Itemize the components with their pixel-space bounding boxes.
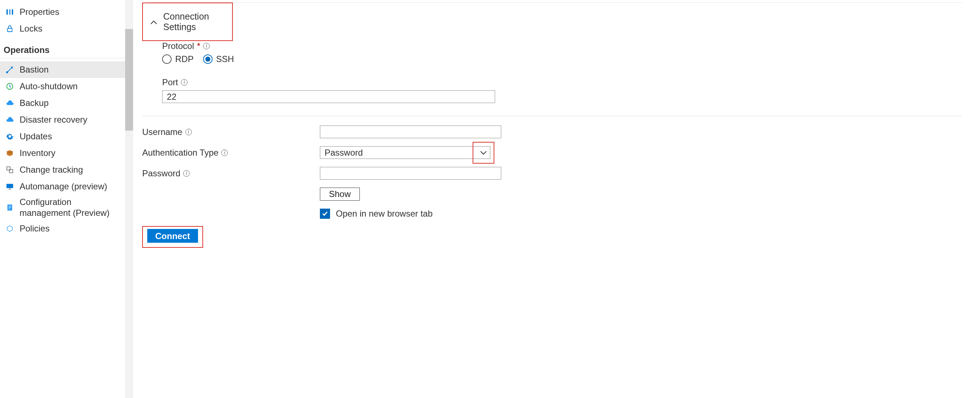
sidebar-item-label: Locks: [19, 24, 120, 34]
sidebar-item-automanage[interactable]: Automanage (preview): [0, 178, 125, 195]
scrollbar-thumb[interactable]: [125, 29, 133, 131]
radio-icon: [203, 54, 213, 64]
connect-button[interactable]: Connect: [147, 229, 198, 243]
svg-rect-8: [6, 184, 13, 188]
sidebar-item-label: Policies: [19, 223, 120, 234]
sidebar-item-disaster-recovery[interactable]: Disaster recovery: [0, 111, 125, 128]
port-label: Port: [162, 77, 178, 88]
sidebar-item-label: Inventory: [19, 148, 120, 158]
lock-icon: [5, 25, 14, 33]
sidebar-item-label: Configuration management (Preview): [19, 197, 120, 218]
svg-point-4: [6, 72, 8, 73]
info-icon[interactable]: i: [181, 79, 188, 86]
credentials-section: Username i Authentication Type i Passwor…: [142, 126, 966, 219]
cloud-upload-icon: [5, 99, 14, 107]
protocol-field: Protocol * i RDP SSH Port i: [142, 41, 966, 103]
svg-rect-13: [8, 209, 10, 209]
protocol-label: Protocol: [162, 41, 194, 51]
new-tab-label: Open in new browser tab: [336, 209, 433, 219]
new-tab-checkbox[interactable]: [320, 209, 330, 219]
box-icon: [5, 149, 14, 157]
sidebar-section-operations: Operations: [0, 37, 125, 59]
radio-label: SSH: [216, 54, 234, 64]
info-icon[interactable]: i: [203, 43, 210, 49]
sidebar-item-policies[interactable]: Policies: [0, 220, 125, 237]
svg-rect-0: [6, 10, 8, 15]
check-icon: [321, 210, 329, 217]
show-button[interactable]: Show: [320, 188, 360, 201]
sidebar-scrollbar[interactable]: [125, 0, 133, 398]
sidebar-item-label: Bastion: [19, 65, 120, 75]
radio-label: RDP: [175, 54, 194, 64]
divider: [150, 2, 962, 3]
cloud-sync-icon: [5, 116, 14, 124]
monitor-icon: [5, 183, 14, 191]
sidebar-item-change-tracking[interactable]: Change tracking: [0, 161, 125, 178]
info-icon[interactable]: i: [221, 150, 228, 156]
auth-type-label: Authentication Type: [142, 148, 218, 158]
svg-rect-1: [9, 10, 11, 15]
sidebar-item-bastion[interactable]: Bastion: [0, 61, 125, 78]
connect-highlight: Connect: [142, 226, 203, 248]
dropdown-value: Password: [325, 148, 363, 158]
info-icon[interactable]: i: [185, 129, 192, 135]
change-tracking-icon: [5, 166, 14, 174]
password-input[interactable]: [320, 167, 501, 180]
sidebar-item-locks[interactable]: Locks: [0, 20, 125, 37]
auth-type-dropdown[interactable]: Password: [320, 146, 490, 159]
sidebar-item-label: Properties: [19, 7, 120, 17]
radio-ssh[interactable]: SSH: [203, 54, 234, 64]
sidebar-item-label: Updates: [19, 131, 120, 142]
chevron-down-icon: [480, 151, 487, 155]
port-input[interactable]: [162, 90, 495, 103]
username-label: Username: [142, 127, 183, 137]
svg-marker-14: [7, 226, 13, 232]
bastion-icon: [5, 66, 14, 74]
svg-rect-12: [8, 207, 11, 207]
radio-icon: [162, 54, 172, 64]
sidebar-item-label: Automanage (preview): [19, 181, 120, 191]
properties-icon: [5, 8, 14, 16]
sidebar-item-label: Backup: [19, 98, 120, 108]
chevron-up-icon: [150, 17, 158, 27]
sidebar-item-label: Disaster recovery: [19, 115, 120, 125]
radio-rdp[interactable]: RDP: [162, 54, 194, 64]
svg-rect-9: [9, 189, 11, 189]
section-title: Connection Settings: [163, 11, 229, 32]
sidebar-item-auto-shutdown[interactable]: Auto-shutdown: [0, 78, 125, 95]
sidebar-item-properties[interactable]: Properties: [0, 4, 125, 20]
sidebar-item-label: Auto-shutdown: [19, 81, 120, 91]
svg-rect-2: [12, 10, 13, 15]
port-field: Port i: [162, 77, 966, 103]
password-label: Password: [142, 168, 180, 178]
sidebar: Properties Locks Operations Bastion Auto…: [0, 0, 125, 398]
info-icon[interactable]: i: [183, 170, 190, 177]
highlight-box: [473, 142, 494, 164]
connection-settings-header[interactable]: Connection Settings: [142, 3, 233, 41]
required-indicator: *: [197, 41, 200, 51]
gear-icon: [5, 132, 14, 140]
sidebar-item-backup[interactable]: Backup: [0, 95, 125, 111]
svg-rect-11: [8, 206, 11, 206]
clock-icon: [5, 82, 14, 90]
divider: [142, 116, 962, 116]
document-icon: [5, 204, 14, 212]
sidebar-item-label: Change tracking: [19, 165, 120, 175]
sidebar-item-configuration-management[interactable]: Configuration management (Preview): [0, 195, 125, 220]
policy-icon: [5, 224, 14, 232]
svg-rect-3: [8, 28, 12, 32]
sidebar-item-inventory[interactable]: Inventory: [0, 145, 125, 161]
main-panel: Connection Settings Protocol * i RDP SSH: [133, 0, 980, 398]
sidebar-item-updates[interactable]: Updates: [0, 128, 125, 145]
username-input[interactable]: [320, 126, 501, 138]
